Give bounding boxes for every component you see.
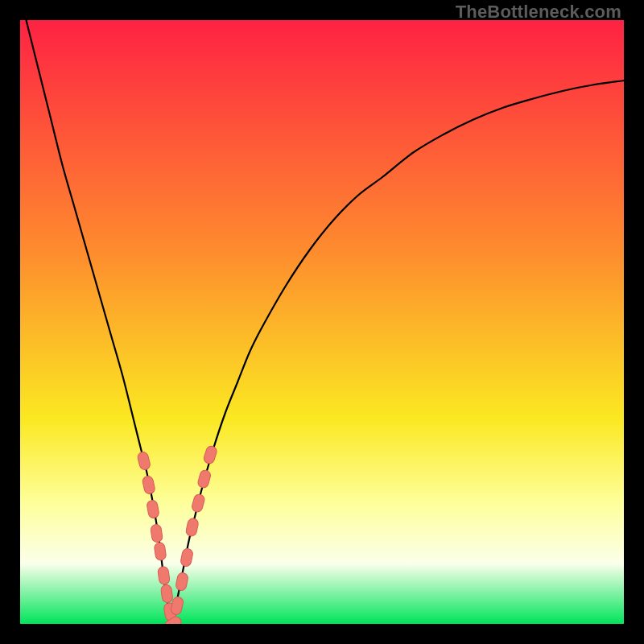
plot-frame — [20, 20, 624, 624]
watermark-text: TheBottleneck.com — [456, 2, 621, 23]
bottleneck-plot — [20, 20, 624, 624]
gradient-background — [20, 20, 624, 624]
